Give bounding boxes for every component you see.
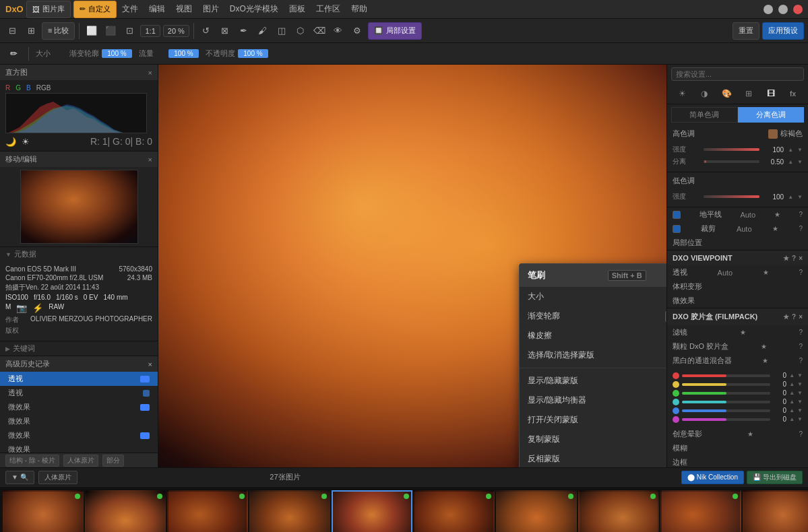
magenta-track[interactable] bbox=[682, 418, 770, 421]
history-item-2[interactable]: 微效果 bbox=[0, 400, 158, 414]
thumb-9[interactable]: 3B3C6603.cr2 bbox=[743, 490, 808, 533]
strength-arrow-down[interactable]: ▼ bbox=[797, 147, 803, 153]
close-button[interactable] bbox=[793, 5, 803, 14]
sat-arrow-up[interactable]: ▲ bbox=[788, 159, 793, 165]
filter-tag-0[interactable]: 结构 - 除 - 棱片 bbox=[5, 455, 59, 467]
history-item-5[interactable]: 微效果 bbox=[0, 442, 158, 453]
customize-btn[interactable]: ✏ 自定义 bbox=[73, 1, 117, 18]
filter-icon-btn[interactable]: ▼ 🔍 bbox=[5, 471, 34, 484]
thumb-4[interactable]: 3B3C6086.cr2 bbox=[332, 490, 412, 533]
crop-star[interactable]: ★ bbox=[772, 225, 778, 232]
details-icon-btn[interactable]: ⊞ bbox=[741, 86, 756, 101]
local-adjust-button[interactable]: 🔲 局部设置 bbox=[368, 22, 422, 40]
menu-panels[interactable]: 面板 bbox=[289, 3, 305, 15]
metadata-toggle[interactable]: 元数据 bbox=[0, 247, 158, 261]
contrast-icon-btn[interactable]: ◑ bbox=[697, 86, 712, 101]
menu-workspace[interactable]: 工作区 bbox=[316, 3, 340, 15]
thumb-5[interactable]: 3B3C6200.cr2 bbox=[414, 490, 495, 533]
shadow-header[interactable]: 低色调 bbox=[667, 172, 808, 189]
minimize-button[interactable] bbox=[764, 5, 773, 14]
lasso-icon[interactable]: ⬡ bbox=[292, 23, 309, 39]
export-button[interactable]: 💾 导出到磁盘 bbox=[747, 471, 803, 484]
menu-help[interactable]: 帮助 bbox=[351, 3, 367, 15]
blue-arrow-down[interactable]: ▼ bbox=[797, 407, 803, 413]
highlight-header[interactable]: 高色调 棕褐色 bbox=[667, 125, 808, 142]
flow-value[interactable]: 100 % bbox=[168, 49, 199, 58]
yellow-track[interactable] bbox=[682, 383, 770, 386]
search-input[interactable] bbox=[671, 67, 804, 81]
green-track[interactable] bbox=[682, 392, 770, 395]
cyan-arrow-down[interactable]: ▼ bbox=[797, 399, 803, 405]
history-item-0[interactable]: 透视 bbox=[0, 372, 158, 386]
red-track[interactable] bbox=[682, 374, 770, 377]
move-edit-close[interactable]: × bbox=[148, 156, 152, 164]
menu-image[interactable]: 图片 bbox=[203, 3, 219, 15]
sat-arrow-down[interactable]: ▼ bbox=[797, 159, 803, 165]
ctx-show-mask[interactable]: 显示/隐藏蒙版 M bbox=[520, 371, 666, 391]
ctx-invert-mask[interactable]: 反相蒙版 Shift+I bbox=[520, 449, 666, 467]
fit-icon[interactable]: ⊡ bbox=[121, 23, 137, 39]
ctx-eraser[interactable]: 橡皮擦 Alt+点击 bbox=[520, 326, 666, 345]
feather-value[interactable]: 100 % bbox=[102, 49, 132, 58]
crop-help[interactable]: ? bbox=[799, 225, 803, 232]
moon-icon[interactable]: 🌙 bbox=[5, 137, 16, 147]
color-picker-icon[interactable]: ✒ bbox=[236, 23, 252, 39]
menu-view[interactable]: 视图 bbox=[176, 3, 192, 15]
filter-tag-2[interactable]: 部分 bbox=[102, 455, 124, 467]
gradient-icon[interactable]: ◫ bbox=[274, 23, 290, 39]
viewpoint-star[interactable]: ★ bbox=[783, 255, 789, 262]
shadow-arrow-down[interactable]: ▼ bbox=[797, 194, 803, 200]
yellow-arrow-down[interactable]: ▼ bbox=[797, 381, 803, 387]
red-arrow-down[interactable]: ▼ bbox=[797, 372, 803, 378]
fx-icon-btn[interactable]: fx bbox=[786, 86, 801, 101]
split-view-icon[interactable]: ⬛ bbox=[102, 23, 119, 39]
keywords-toggle[interactable]: 关键词 bbox=[0, 341, 158, 356]
rotate-icon[interactable]: ↺ bbox=[198, 23, 214, 39]
horizon-star[interactable]: ★ bbox=[774, 211, 780, 218]
ctx-toggle-mask[interactable]: 打开/关闭蒙版 Shift+H bbox=[520, 410, 666, 430]
ctx-size[interactable]: 大小 Ctrl+滚动 bbox=[520, 287, 666, 306]
thumb-7[interactable]: 3B3C6512.cr2 bbox=[578, 490, 659, 533]
red-arrow-up[interactable]: ▲ bbox=[789, 372, 795, 378]
reset-button[interactable]: 重置 bbox=[733, 22, 759, 40]
thumb-8[interactable]: 3B3C6526.cr2 bbox=[660, 490, 741, 533]
history-close[interactable]: × bbox=[148, 360, 152, 368]
filmpack-help[interactable]: ? bbox=[792, 313, 796, 321]
nik-collection-button[interactable]: ⬤ Nik Collection bbox=[681, 471, 744, 484]
thumb-0[interactable]: 3C5914.cr2 bbox=[3, 490, 84, 533]
viewpoint-close[interactable]: × bbox=[799, 255, 803, 262]
cyan-track[interactable] bbox=[682, 401, 770, 403]
menu-file[interactable]: 文件 bbox=[122, 3, 138, 15]
blue-track[interactable] bbox=[682, 409, 770, 412]
horizon-help[interactable]: ? bbox=[799, 211, 803, 218]
viewpoint-help[interactable]: ? bbox=[792, 255, 796, 262]
settings-icon[interactable]: ⚙ bbox=[349, 23, 365, 39]
zoom-in-icon[interactable]: ⊞ bbox=[23, 23, 39, 39]
filter-tag-1[interactable]: 人体原片 bbox=[63, 455, 98, 467]
zoom-out-icon[interactable]: ⊟ bbox=[4, 23, 20, 39]
crop-checkbox[interactable] bbox=[673, 225, 681, 233]
green-arrow-down[interactable]: ▼ bbox=[797, 390, 803, 396]
filmpack-star[interactable]: ★ bbox=[783, 313, 789, 321]
menu-edit[interactable]: 编辑 bbox=[149, 3, 165, 15]
history-item-1[interactable]: 透视 bbox=[0, 386, 158, 400]
strength-arrow-up[interactable]: ▲ bbox=[788, 147, 793, 153]
thumb-1[interactable]: 3B3C5918.cr2 bbox=[85, 490, 166, 533]
magenta-arrow-up[interactable]: ▲ bbox=[789, 416, 795, 422]
blue-arrow-up[interactable]: ▲ bbox=[789, 407, 795, 413]
history-item-4[interactable]: 微效果 bbox=[0, 428, 158, 442]
history-item-3[interactable]: 微效果 bbox=[0, 414, 158, 428]
grain-help[interactable]: ? bbox=[799, 343, 803, 350]
grain-star[interactable]: ★ bbox=[761, 343, 767, 350]
creative-star[interactable]: ★ bbox=[747, 430, 753, 438]
apply-preset-button[interactable]: 应用预设 bbox=[762, 22, 804, 40]
bw-help[interactable]: ? bbox=[799, 357, 803, 364]
brush-pencil-icon[interactable]: ✏ bbox=[5, 46, 22, 62]
ctx-copy-mask[interactable]: 复制蒙版 Shift+D bbox=[520, 430, 666, 449]
saturation-track[interactable] bbox=[704, 160, 759, 163]
filmpack-close[interactable]: × bbox=[799, 313, 803, 321]
creative-help[interactable]: ? bbox=[799, 430, 803, 438]
eye-icon[interactable]: 👁 bbox=[330, 23, 346, 39]
canvas-container[interactable]: 笔刷 Shift + B × 大小 Ctrl+滚动 渐变轮廓 Shift+滚动 bbox=[158, 65, 666, 467]
shadow-arrow-up[interactable]: ▲ bbox=[788, 194, 793, 200]
